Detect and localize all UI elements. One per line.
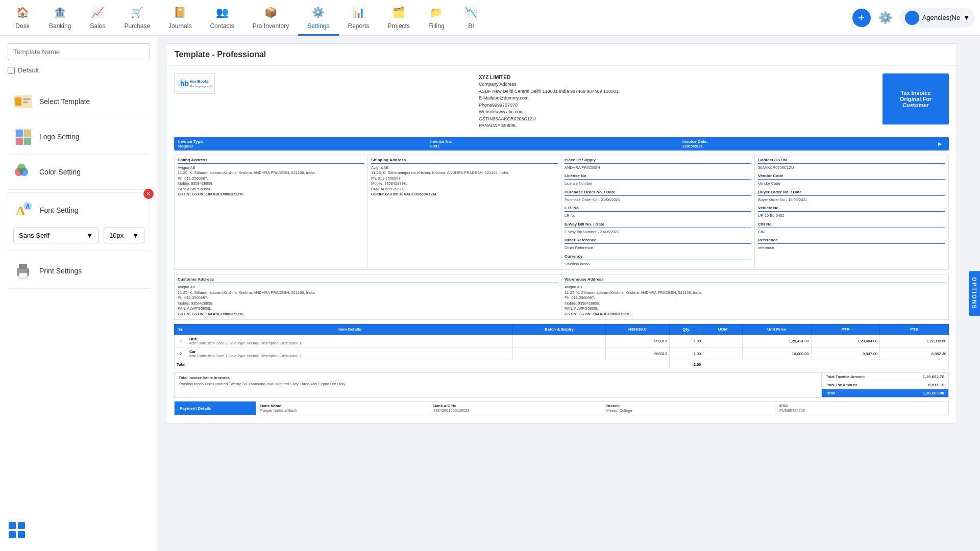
logo-setting-label: Logo Setting [39, 133, 80, 141]
nav-pro-inventory-label: Pro Inventory [253, 22, 289, 30]
col-sr: Sr. [175, 324, 187, 335]
contact-gstin-value: 36AAKCR0208C1ZU [758, 165, 945, 171]
nav-bi-label: BI [468, 22, 474, 30]
row2-unit-price: 10,000.00 [742, 347, 811, 360]
nav-settings-label: Settings [307, 22, 329, 30]
company-address-label: Company Address [479, 81, 619, 88]
grid-icon-button[interactable] [8, 521, 26, 541]
svg-text:HostBooks: HostBooks [190, 80, 209, 83]
select-template-item[interactable]: Select Template [8, 84, 150, 119]
nav-settings[interactable]: ⚙️ Settings [298, 0, 338, 36]
row2-pts: 8,952.30 [880, 347, 949, 360]
options-tab[interactable]: OPTIONS [969, 271, 980, 316]
nav-projects-label: Projects [388, 22, 410, 30]
nav-contacts[interactable]: 👥 Contacts [201, 0, 243, 36]
account-label: Bank A/C No [433, 404, 598, 408]
font-size-dropdown[interactable]: 10px ▼ [104, 228, 144, 243]
nav-purchase[interactable]: 🛒 Purchase [115, 0, 159, 36]
row2-item: Car Item Code: Item Code 1; Sale Type: N… [187, 347, 513, 360]
table-row: 1 Bus Item Code: Item Code 2; Sale Type:… [175, 335, 949, 347]
row2-sr: 2 [175, 347, 187, 360]
row1-item: Bus Item Code: Item Code 2; Sale Type: N… [187, 335, 513, 347]
hb-logo: hb HostBooks The language of business [174, 73, 215, 94]
default-checkbox[interactable] [8, 67, 15, 74]
color-setting-label: Color Setting [39, 168, 81, 176]
template-name-input[interactable] [8, 43, 150, 60]
buyer-order-title: Buyer Order No. / Date [758, 190, 945, 196]
nav-journals[interactable]: 📔 Journals [159, 0, 201, 36]
row1-ptr: 1,29,404.00 [811, 335, 880, 347]
company-address: ASDF New Delhi Central Delhi 110001 Indi… [479, 88, 619, 95]
default-label: Default [18, 66, 39, 74]
branch-label: Branch [606, 404, 771, 408]
close-font-button[interactable]: ✕ [143, 189, 154, 199]
payment-header: Payment Details [175, 402, 256, 415]
logo-setting-item[interactable]: Logo Setting [8, 119, 150, 155]
vendor-code-title: Vendor Code [758, 173, 945, 180]
company-website: Websitewww.abc.com [479, 109, 619, 116]
license-no-value: License Number [565, 181, 751, 187]
branch-cell: Branch Meerut College [602, 402, 775, 415]
nav-bi[interactable]: 📉 BI [454, 0, 488, 36]
chevron-down-icon: ▼ [963, 14, 970, 21]
nav-sales-label: Sales [90, 22, 105, 30]
user-menu[interactable]: 👤 Agencies(Ne ▼ [900, 8, 975, 28]
billing-pan: PAN: ALWPG5809L. [178, 187, 364, 192]
nav-sales[interactable]: 📈 Sales [80, 0, 115, 36]
place-of-supply-block: Place Of Supply ANDHRA PRADESH License N… [561, 155, 755, 270]
banking-icon: 🏦 [52, 4, 68, 20]
journals-icon: 📔 [172, 4, 188, 20]
nav-pro-inventory[interactable]: 📦 Pro Inventory [243, 0, 298, 36]
filling-icon: 📁 [428, 4, 445, 20]
svg-text:The language of business: The language of business [190, 85, 212, 88]
nav-filling[interactable]: 📁 Filling [419, 0, 454, 36]
payment-label: Payment Details [180, 406, 211, 411]
taxable-amount-row: Total Taxable Amount 1,19,652.70 [822, 373, 948, 381]
invoice-header: hb HostBooks The language of business XY… [174, 73, 949, 130]
table-row: 2 Car Item Code: Item Code 1; Sale Type:… [175, 347, 949, 360]
vehicle-no-block: Vehicle No. UP-15 BL-5465 [758, 206, 945, 219]
svg-rect-1 [15, 97, 21, 106]
gear-button[interactable]: ⚙️ [878, 11, 892, 24]
nav-banking[interactable]: 🏦 Banking [40, 0, 80, 36]
add-button[interactable]: + [852, 9, 871, 27]
shipping-company: Avigna AB [371, 165, 558, 171]
row1-pts: 1,22,933.80 [880, 335, 949, 347]
svg-rect-2 [23, 98, 30, 100]
nav-reports[interactable]: 📊 Reports [339, 0, 379, 36]
shipping-ph: Ph: 011-2560987. [371, 176, 558, 182]
final-total-value: 1,26,263.80 [923, 391, 944, 395]
tax-amount-row: Total Tax Amount 6,611.10 [822, 381, 948, 389]
lr-no-block: L.R. No. LR No [565, 206, 751, 219]
tax-invoice-box: Tax Invoice Original For Customer [883, 73, 949, 124]
billing-address-block: Billing Address Avigna AB 11-25, K. Sith… [175, 155, 368, 270]
col-pts: PTS [880, 324, 949, 335]
svg-rect-19 [9, 522, 16, 529]
contacts-icon: 👥 [214, 4, 230, 20]
row2-qty: 1.00 [669, 347, 703, 360]
print-settings-item[interactable]: Print Settings [8, 254, 150, 289]
color-setting-icon [13, 162, 33, 182]
place-of-supply-title: Place Of Supply [565, 158, 751, 164]
svg-text:A: A [26, 203, 30, 210]
invoice-type-row: Invoice Type: Regular Invoice No: 0001 I… [174, 137, 949, 151]
row1-qty: 1.00 [669, 335, 703, 347]
customer-address-block: Customer Address Avigna AB 11-25, K. Sit… [175, 274, 561, 319]
eway-bill-value: E Way Bill Number - 23/06/2021 [565, 230, 751, 235]
customer-warehouse-section: Customer Address Avigna AB 11-25, K. Sit… [174, 274, 949, 320]
address-section: Billing Address Avigna AB 11-25, K. Sith… [174, 155, 949, 270]
col-uom: UOM [703, 324, 743, 335]
total-label: Total [175, 360, 670, 369]
col-batch: Batch & Expiry [512, 324, 606, 335]
arrow-indicator: ▶ [935, 139, 945, 148]
company-gstin: GSTIN36AAKCR0208C1ZU [479, 116, 619, 123]
shipping-addr: 11-25, K. Sitharamapuram,Krishna, Krishn… [371, 170, 558, 176]
color-setting-item[interactable]: Color Setting [8, 155, 150, 190]
shipping-gstin: GSTIN: GSTIN: 18AABCU9603R1ZM. [371, 192, 558, 197]
svg-rect-20 [18, 522, 25, 529]
nav-projects[interactable]: 🗂️ Projects [379, 0, 419, 36]
nav-desk[interactable]: 🏠 Desk [5, 0, 40, 36]
sales-icon: 📈 [89, 4, 106, 20]
purchase-order-value: Purchase Order No - 21/06/2021 [565, 197, 751, 203]
font-family-dropdown[interactable]: Sans Serif ▼ [13, 228, 99, 243]
